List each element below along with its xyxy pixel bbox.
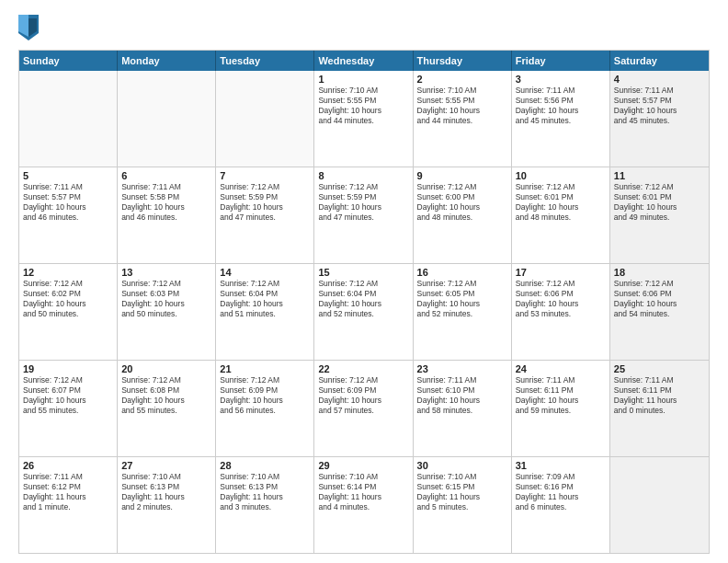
calendar: SundayMondayTuesdayWednesdayThursdayFrid…: [18, 50, 710, 554]
day-number: 8: [318, 170, 408, 181]
day-number: 16: [417, 267, 507, 278]
cell-content: Sunrise: 7:12 AM Sunset: 6:04 PM Dayligh…: [220, 279, 310, 319]
header-day-monday: Monday: [118, 51, 216, 71]
calendar-cell-r1c6: 11Sunrise: 7:12 AM Sunset: 6:01 PM Dayli…: [610, 167, 709, 263]
calendar-cell-r2c2: 14Sunrise: 7:12 AM Sunset: 6:04 PM Dayli…: [216, 264, 314, 360]
cell-content: Sunrise: 7:12 AM Sunset: 6:01 PM Dayligh…: [516, 182, 606, 223]
calendar-cell-r4c0: 26Sunrise: 7:11 AM Sunset: 6:12 PM Dayli…: [19, 457, 118, 553]
calendar-cell-r1c4: 9Sunrise: 7:12 AM Sunset: 6:00 PM Daylig…: [414, 167, 512, 263]
calendar-cell-r3c6: 25Sunrise: 7:11 AM Sunset: 6:11 PM Dayli…: [610, 361, 709, 456]
calendar-row-3: 19Sunrise: 7:12 AM Sunset: 6:07 PM Dayli…: [19, 361, 709, 457]
day-number: 15: [318, 267, 408, 278]
header: [18, 15, 710, 40]
header-day-friday: Friday: [512, 51, 610, 71]
cell-content: Sunrise: 7:12 AM Sunset: 6:08 PM Dayligh…: [121, 375, 211, 416]
day-number: 25: [614, 363, 705, 374]
calendar-cell-r4c4: 30Sunrise: 7:10 AM Sunset: 6:15 PM Dayli…: [414, 457, 512, 553]
cell-content: Sunrise: 7:12 AM Sunset: 6:06 PM Dayligh…: [516, 279, 606, 319]
day-number: 1: [318, 74, 408, 85]
calendar-cell-r2c4: 16Sunrise: 7:12 AM Sunset: 6:05 PM Dayli…: [414, 264, 512, 360]
day-number: 28: [220, 460, 310, 471]
cell-content: Sunrise: 7:12 AM Sunset: 6:06 PM Dayligh…: [614, 279, 705, 319]
cell-content: Sunrise: 7:11 AM Sunset: 5:58 PM Dayligh…: [121, 182, 211, 223]
day-number: 12: [23, 267, 113, 278]
day-number: 9: [417, 170, 507, 181]
cell-content: Sunrise: 7:12 AM Sunset: 6:03 PM Dayligh…: [121, 279, 211, 319]
calendar-cell-r3c0: 19Sunrise: 7:12 AM Sunset: 6:07 PM Dayli…: [19, 361, 118, 456]
cell-content: Sunrise: 7:11 AM Sunset: 6:10 PM Dayligh…: [417, 375, 507, 416]
calendar-cell-r2c3: 15Sunrise: 7:12 AM Sunset: 6:04 PM Dayli…: [314, 264, 413, 360]
calendar-cell-r2c6: 18Sunrise: 7:12 AM Sunset: 6:06 PM Dayli…: [610, 264, 709, 360]
calendar-cell-r3c4: 23Sunrise: 7:11 AM Sunset: 6:10 PM Dayli…: [414, 361, 512, 456]
calendar-cell-r1c0: 5Sunrise: 7:11 AM Sunset: 5:57 PM Daylig…: [19, 167, 118, 263]
calendar-cell-r0c4: 2Sunrise: 7:10 AM Sunset: 5:55 PM Daylig…: [414, 71, 512, 167]
calendar-cell-r2c0: 12Sunrise: 7:12 AM Sunset: 6:02 PM Dayli…: [19, 264, 118, 360]
calendar-cell-r4c6: [610, 457, 709, 553]
cell-content: Sunrise: 7:12 AM Sunset: 6:05 PM Dayligh…: [417, 279, 507, 319]
calendar-cell-r3c5: 24Sunrise: 7:11 AM Sunset: 6:11 PM Dayli…: [512, 361, 610, 456]
header-day-sunday: Sunday: [19, 51, 118, 71]
day-number: 29: [318, 460, 408, 471]
cell-content: Sunrise: 7:11 AM Sunset: 6:11 PM Dayligh…: [614, 375, 705, 416]
calendar-cell-r0c1: [118, 71, 216, 167]
header-day-wednesday: Wednesday: [314, 51, 413, 71]
cell-content: Sunrise: 7:12 AM Sunset: 6:07 PM Dayligh…: [23, 375, 113, 416]
calendar-cell-r0c5: 3Sunrise: 7:11 AM Sunset: 5:56 PM Daylig…: [512, 71, 610, 167]
day-number: 17: [516, 267, 606, 278]
calendar-cell-r4c2: 28Sunrise: 7:10 AM Sunset: 6:13 PM Dayli…: [216, 457, 314, 553]
cell-content: Sunrise: 7:10 AM Sunset: 6:13 PM Dayligh…: [121, 472, 211, 512]
day-number: 10: [516, 170, 606, 181]
header-day-saturday: Saturday: [610, 51, 709, 71]
cell-content: Sunrise: 7:10 AM Sunset: 5:55 PM Dayligh…: [318, 86, 408, 126]
cell-content: Sunrise: 7:11 AM Sunset: 6:12 PM Dayligh…: [23, 472, 113, 512]
day-number: 14: [220, 267, 310, 278]
cell-content: Sunrise: 7:12 AM Sunset: 6:01 PM Dayligh…: [614, 182, 705, 223]
calendar-row-1: 5Sunrise: 7:11 AM Sunset: 5:57 PM Daylig…: [19, 167, 709, 264]
calendar-cell-r4c5: 31Sunrise: 7:09 AM Sunset: 6:16 PM Dayli…: [512, 457, 610, 553]
cell-content: Sunrise: 7:12 AM Sunset: 6:02 PM Dayligh…: [23, 279, 113, 319]
cell-content: Sunrise: 7:10 AM Sunset: 6:14 PM Dayligh…: [318, 472, 408, 512]
day-number: 5: [23, 170, 113, 181]
calendar-cell-r0c3: 1Sunrise: 7:10 AM Sunset: 5:55 PM Daylig…: [314, 71, 413, 167]
cell-content: Sunrise: 7:10 AM Sunset: 5:55 PM Dayligh…: [417, 86, 507, 126]
calendar-cell-r0c6: 4Sunrise: 7:11 AM Sunset: 5:57 PM Daylig…: [610, 71, 709, 167]
page-container: SundayMondayTuesdayWednesdayThursdayFrid…: [0, 0, 728, 563]
day-number: 23: [417, 363, 507, 374]
calendar-body: 1Sunrise: 7:10 AM Sunset: 5:55 PM Daylig…: [19, 71, 709, 553]
calendar-header: SundayMondayTuesdayWednesdayThursdayFrid…: [19, 51, 709, 71]
cell-content: Sunrise: 7:12 AM Sunset: 5:59 PM Dayligh…: [318, 182, 408, 223]
calendar-cell-r0c2: [216, 71, 314, 167]
header-day-thursday: Thursday: [414, 51, 512, 71]
day-number: 3: [516, 74, 606, 85]
calendar-cell-r1c1: 6Sunrise: 7:11 AM Sunset: 5:58 PM Daylig…: [118, 167, 216, 263]
logo: [18, 15, 40, 40]
calendar-row-0: 1Sunrise: 7:10 AM Sunset: 5:55 PM Daylig…: [19, 71, 709, 167]
day-number: 7: [220, 170, 310, 181]
calendar-cell-r4c1: 27Sunrise: 7:10 AM Sunset: 6:13 PM Dayli…: [118, 457, 216, 553]
day-number: 13: [121, 267, 211, 278]
day-number: 4: [614, 74, 705, 85]
cell-content: Sunrise: 7:12 AM Sunset: 6:09 PM Dayligh…: [318, 375, 408, 416]
calendar-cell-r2c1: 13Sunrise: 7:12 AM Sunset: 6:03 PM Dayli…: [118, 264, 216, 360]
cell-content: Sunrise: 7:10 AM Sunset: 6:13 PM Dayligh…: [220, 472, 310, 512]
cell-content: Sunrise: 7:11 AM Sunset: 6:11 PM Dayligh…: [516, 375, 606, 416]
day-number: 21: [220, 363, 310, 374]
cell-content: Sunrise: 7:11 AM Sunset: 5:56 PM Dayligh…: [516, 86, 606, 126]
day-number: 20: [121, 363, 211, 374]
cell-content: Sunrise: 7:12 AM Sunset: 6:09 PM Dayligh…: [220, 375, 310, 416]
day-number: 2: [417, 74, 507, 85]
calendar-row-2: 12Sunrise: 7:12 AM Sunset: 6:02 PM Dayli…: [19, 264, 709, 361]
logo-icon: [18, 15, 39, 40]
day-number: 19: [23, 363, 113, 374]
day-number: 27: [121, 460, 211, 471]
day-number: 30: [417, 460, 507, 471]
day-number: 31: [516, 460, 606, 471]
cell-content: Sunrise: 7:11 AM Sunset: 5:57 PM Dayligh…: [614, 86, 705, 126]
calendar-cell-r3c1: 20Sunrise: 7:12 AM Sunset: 6:08 PM Dayli…: [118, 361, 216, 456]
calendar-cell-r0c0: [19, 71, 118, 167]
day-number: 24: [516, 363, 606, 374]
calendar-row-4: 26Sunrise: 7:11 AM Sunset: 6:12 PM Dayli…: [19, 457, 709, 553]
cell-content: Sunrise: 7:10 AM Sunset: 6:15 PM Dayligh…: [417, 472, 507, 512]
cell-content: Sunrise: 7:09 AM Sunset: 6:16 PM Dayligh…: [516, 472, 606, 512]
calendar-cell-r3c3: 22Sunrise: 7:12 AM Sunset: 6:09 PM Dayli…: [314, 361, 413, 456]
